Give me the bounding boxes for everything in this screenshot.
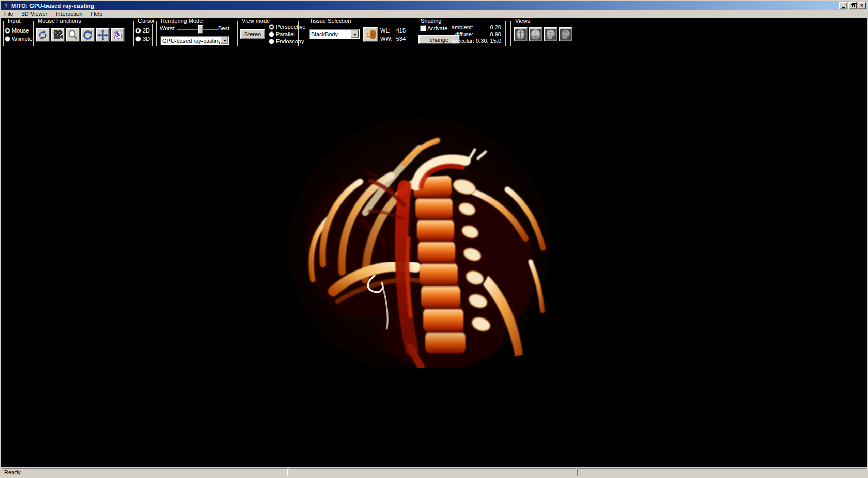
camera-icon [52, 29, 64, 41]
radio-parallel[interactable]: Parallel [269, 31, 295, 37]
dropdown-arrow-icon[interactable] [351, 30, 359, 38]
client-area: Input Mouse Wiimote Mouse Functions [1, 18, 867, 467]
radio-3d[interactable]: 3D [135, 36, 150, 42]
app-window: ⚕ MITO: GPU-based ray-casting × File 3D … [0, 0, 868, 478]
radio-perspective-circle[interactable] [269, 24, 274, 30]
menu-interaction[interactable]: Interaction [53, 10, 85, 18]
diffuse-label: diffuse: [455, 31, 473, 37]
radio-3d-label: 3D [143, 36, 150, 42]
head3d-view-button[interactable] [559, 27, 572, 41]
zoom-button[interactable] [66, 28, 80, 42]
radio-endoscopy[interactable]: Endoscopy [269, 38, 304, 44]
radio-mouse-label: Mouse [12, 27, 29, 34]
head3d-view-icon [560, 28, 571, 40]
slider-worst-label: Worst [160, 25, 175, 31]
menu-help[interactable]: Help [88, 10, 106, 18]
specular-label: specular: [451, 38, 474, 44]
ww-value: 534 [396, 36, 406, 42]
radio-2d[interactable]: 2D [135, 27, 150, 34]
ambient-label: ambient: [452, 24, 473, 30]
tissue-preview-button[interactable] [363, 27, 378, 42]
close-button[interactable]: × [858, 2, 866, 9]
quality-slider[interactable] [177, 29, 218, 30]
specular-value: 0.30, 15.0 [476, 38, 501, 44]
activate-checkbox-row[interactable]: Activate [420, 25, 447, 31]
sagittal-view-button[interactable] [544, 27, 557, 41]
status-panel-2 [289, 468, 576, 476]
group-mouse-functions-label: Mouse Functions [36, 18, 83, 24]
menu-3d-viewer[interactable]: 3D Viewer [19, 10, 51, 18]
radio-wiimote-label: Wiimote [12, 36, 33, 42]
quality-slider-thumb[interactable] [198, 25, 203, 34]
caduceus-icon: ⚕ [2, 2, 10, 9]
rotate-icon [82, 29, 94, 41]
radio-wiimote-circle[interactable] [5, 36, 10, 42]
radio-parallel-circle[interactable] [269, 31, 274, 37]
rotate-button[interactable] [81, 28, 95, 42]
rendering-mode-value: GPU-based ray-casting [161, 38, 220, 44]
group-rendering-mode-label: Rendering Mode [159, 18, 204, 24]
radio-wiimote[interactable]: Wiimote [5, 36, 33, 42]
close-icon: × [860, 3, 863, 8]
status-bar: Ready [1, 468, 867, 477]
group-cursor-label: Cursor [136, 18, 157, 24]
ambient-value: 0.20 [490, 24, 501, 30]
rotate3d-icon [37, 29, 49, 41]
tissue-dropdown-value: BlackBody [309, 31, 350, 37]
status-panel-3 [577, 468, 866, 476]
radio-parallel-label: Parallel [276, 31, 295, 37]
group-view-mode: View mode Stereo Perspective Parallel En… [237, 21, 299, 46]
group-views: Views [510, 21, 575, 46]
two-heads-icon [365, 28, 377, 41]
menu-file[interactable]: File [1, 10, 17, 18]
volume-render-viewport[interactable] [288, 109, 556, 368]
axial-view-button[interactable] [514, 27, 528, 41]
wl-label: WL: [380, 27, 391, 34]
slider-best-label: Best [218, 25, 229, 31]
radio-mouse-circle[interactable] [5, 28, 10, 34]
group-tissue-selection: Tissue Selection BlackBody WL: 415 WW: 5… [305, 21, 412, 46]
probe-box-icon [112, 29, 123, 41]
menu-bar: File 3D Viewer Interaction Help [1, 10, 867, 18]
window-title: MITO: GPU-based ray-casting [11, 3, 94, 9]
wl-value: 415 [396, 27, 406, 34]
radio-2d-label: 2D [143, 27, 150, 34]
activate-checkbox[interactable] [420, 25, 426, 31]
axial-view-icon [515, 28, 526, 40]
radio-endoscopy-label: Endoscopy [276, 38, 304, 44]
status-text: Ready [2, 468, 288, 476]
group-view-mode-label: View mode [240, 18, 271, 24]
radio-mouse[interactable]: Mouse [5, 27, 29, 34]
radio-perspective-label: Perspective [276, 24, 305, 30]
rendering-mode-dropdown[interactable]: GPU-based ray-casting [160, 36, 229, 45]
pan-icon [97, 29, 109, 41]
restore-button[interactable] [848, 2, 857, 9]
group-input-label: Input [6, 18, 22, 24]
camera-button[interactable] [51, 28, 65, 42]
stereo-button[interactable]: Stereo [240, 29, 265, 39]
radio-2d-circle[interactable] [135, 28, 141, 34]
coronal-view-button[interactable] [529, 27, 542, 41]
diffuse-value: 0.90 [490, 31, 501, 37]
restore-icon [851, 4, 855, 7]
radio-endoscopy-circle[interactable] [269, 39, 274, 44]
radio-perspective[interactable]: Perspective [269, 24, 305, 30]
title-bar: ⚕ MITO: GPU-based ray-casting × [1, 1, 867, 10]
minimize-button[interactable] [839, 2, 847, 9]
group-cursor: Cursor 2D 3D [133, 21, 153, 46]
radio-3d-circle[interactable] [135, 36, 141, 42]
coronal-view-icon [530, 28, 541, 40]
group-shading: Shading Activate change ambient: 0.20 di… [416, 21, 506, 46]
tissue-dropdown[interactable]: BlackBody [309, 29, 360, 39]
group-rendering-mode: Rendering Mode Worst Best GPU-based ray-… [156, 21, 233, 46]
zoom-icon [67, 29, 79, 41]
group-mouse-functions: Mouse Functions [33, 21, 123, 46]
group-views-label: Views [514, 18, 532, 24]
group-tissue-selection-label: Tissue Selection [308, 18, 352, 24]
pan-button[interactable] [96, 28, 110, 42]
dropdown-arrow-icon[interactable] [221, 37, 228, 44]
probe-box-button[interactable] [111, 28, 125, 42]
rotate3d-button[interactable] [36, 28, 50, 42]
group-input: Input Mouse Wiimote [3, 21, 30, 46]
sagittal-view-icon [545, 28, 556, 40]
